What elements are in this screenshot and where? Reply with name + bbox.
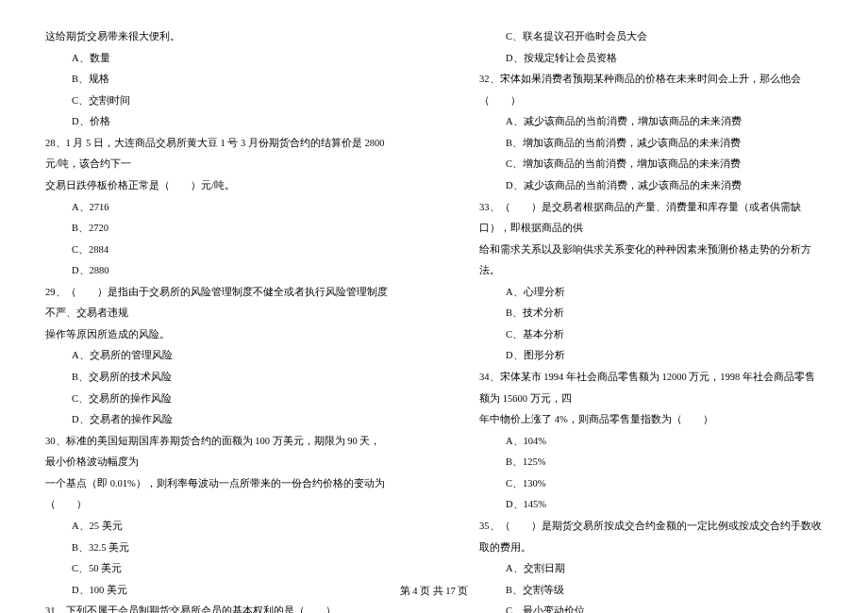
- q30-option-a: A、25 美元: [45, 516, 389, 538]
- q28-option-d: D、2880: [45, 260, 389, 282]
- q29-option-c: C、交易所的操作风险: [45, 389, 389, 410]
- q29-option-a: A、交易所的管理风险: [45, 345, 389, 367]
- q34-stem-line2: 年中物价上涨了 4%，则商品零售量指数为（ ）: [479, 409, 823, 431]
- q33-option-a: A、心理分析: [479, 282, 823, 304]
- q34-option-a: A、104%: [479, 431, 823, 453]
- q33-option-b: B、技术分析: [479, 303, 823, 324]
- q31-option-d: D、按规定转让会员资格: [479, 48, 823, 70]
- q35-option-c: C、最小变动价位: [479, 601, 823, 613]
- q28-stem-line2: 交易日跌停板价格正常是（ ）元/吨。: [45, 175, 389, 197]
- q27-stem: 这给期货交易带来很大便利。: [45, 26, 389, 48]
- q32-option-c: C、增加该商品的当前消费，增加该商品的未来消费: [479, 154, 823, 175]
- q33-stem-line2: 给和需求关系以及影响供求关系变化的种种因素来预测价格走势的分析方法。: [479, 240, 823, 282]
- q33-option-c: C、基本分析: [479, 324, 823, 346]
- q32-option-d: D、减少该商品的当前消费，减少该商品的未来消费: [479, 175, 823, 197]
- q27-option-b: B、规格: [45, 69, 389, 91]
- q30-option-c: C、50 美元: [45, 558, 389, 580]
- right-column: C、联名提议召开临时会员大会 D、按规定转让会员资格 32、宋体如果消费者预期某…: [434, 26, 868, 566]
- q30-stem-line2: 一个基点（即 0.01%），则利率每波动一点所带来的一份合约价格的变动为（ ）: [45, 473, 389, 516]
- q34-option-d: D、145%: [479, 494, 823, 516]
- q34-stem-line1: 34、宋体某市 1994 年社会商品零售额为 12000 万元，1998 年社会…: [479, 367, 823, 409]
- q28-option-c: C、2884: [45, 240, 389, 261]
- q31-option-c: C、联名提议召开临时会员大会: [479, 26, 823, 48]
- q32-stem: 32、宋体如果消费者预期某种商品的价格在未来时间会上升，那么他会（ ）: [479, 69, 823, 111]
- q32-option-a: A、减少该商品的当前消费，增加该商品的未来消费: [479, 111, 823, 133]
- q34-option-c: C、130%: [479, 473, 823, 495]
- q32-option-b: B、增加该商品的当前消费，减少该商品的未来消费: [479, 133, 823, 155]
- q33-option-d: D、图形分析: [479, 345, 823, 367]
- q29-stem-line2: 操作等原因所造成的风险。: [45, 324, 389, 346]
- q30-option-b: B、32.5 美元: [45, 538, 389, 559]
- q29-stem-line1: 29、（ ）是指由于交易所的风险管理制度不健全或者执行风险管理制度不严、交易者违…: [45, 282, 389, 324]
- q33-stem-line1: 33、（ ）是交易者根据商品的产量、消费量和库存量（或者供需缺口），即根据商品的…: [479, 197, 823, 240]
- q28-option-a: A、2716: [45, 197, 389, 219]
- q35-stem: 35、（ ）是期货交易所按成交合约金额的一定比例或按成交合约手数收取的费用。: [479, 516, 823, 558]
- q29-option-d: D、交易者的操作风险: [45, 409, 389, 431]
- q29-option-b: B、交易所的技术风险: [45, 367, 389, 389]
- left-column: 这给期货交易带来很大便利。 A、数量 B、规格 C、交割时间 D、价格 28、1…: [0, 26, 434, 566]
- q35-option-a: A、交割日期: [479, 558, 823, 580]
- q27-option-a: A、数量: [45, 48, 389, 70]
- q30-stem-line1: 30、标准的美国短期国库券期货合约的面额为 100 万美元，期限为 90 天，最…: [45, 431, 389, 473]
- q27-option-c: C、交割时间: [45, 91, 389, 112]
- q28-option-b: B、2720: [45, 218, 389, 240]
- q31-stem: 31、下列不属于会员制期货交易所会员的基本权利的是（ ）: [45, 601, 389, 613]
- q28-stem-line1: 28、1 月 5 日，大连商品交易所黄大豆 1 号 3 月份期货合约的结算价是 …: [45, 133, 389, 175]
- q34-option-b: B、125%: [479, 452, 823, 473]
- page-footer: 第 4 页 共 17 页: [0, 585, 868, 598]
- q27-option-d: D、价格: [45, 111, 389, 133]
